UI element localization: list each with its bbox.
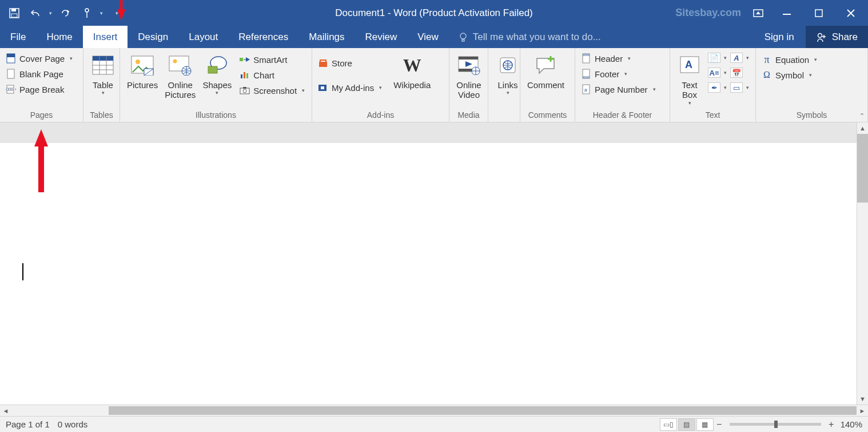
date-time-button[interactable]: 📅 [730,68,743,78]
text-box-button[interactable]: A Text Box▾ [674,50,706,107]
tab-file[interactable]: File [0,26,36,48]
close-button[interactable] [837,0,865,26]
equation-button[interactable]: π Equation▾ [759,53,819,66]
touch-mode-button[interactable] [77,3,97,23]
group-text-label: Text [670,109,755,122]
tab-review[interactable]: Review [355,26,408,48]
maximize-icon [815,9,823,17]
word-count[interactable]: 0 words [58,419,88,429]
zoom-value[interactable]: 140% [837,419,862,429]
header-button[interactable]: Header▾ [579,51,658,65]
svg-rect-14 [7,90,14,93]
svg-point-9 [818,33,822,37]
object-button[interactable]: ▭ [730,82,743,93]
vertical-scrollbar[interactable]: ▲ ▼ [857,122,868,405]
page-break-button[interactable]: Page Break [3,82,75,96]
document-page[interactable] [0,143,857,405]
tab-home[interactable]: Home [36,26,82,48]
document-scroll[interactable] [0,122,857,405]
shapes-button[interactable]: Shapes ▾ [199,50,235,97]
svg-rect-1 [11,9,16,11]
symbol-button[interactable]: Ω Symbol▾ [759,68,819,82]
tab-layout[interactable]: Layout [178,26,228,48]
group-comments: Comment Comments [520,48,575,122]
store-button[interactable]: Store [316,56,384,70]
svg-marker-26 [246,57,250,62]
zoom-out-button[interactable]: − [715,419,724,430]
svg-rect-27 [241,74,242,78]
save-icon [9,8,19,18]
close-icon [847,9,855,17]
chart-button[interactable]: Chart [237,68,307,82]
tab-design[interactable]: Design [128,26,178,48]
scroll-down-button[interactable]: ▼ [857,393,868,405]
undo-button[interactable] [26,3,46,23]
cover-page-button[interactable]: Cover Page▾ [3,51,75,65]
wikipedia-button[interactable]: W Wikipedia [390,50,434,91]
touch-dropdown[interactable]: ▾ [99,10,104,16]
tab-references[interactable]: References [228,26,298,48]
tell-me-search[interactable]: Tell me what you want to do... [449,26,753,48]
undo-dropdown[interactable]: ▾ [48,10,53,16]
share-button[interactable]: Share [806,26,868,48]
page-number-button[interactable]: # Page Number▾ [579,82,658,96]
comment-button[interactable]: Comment [524,50,568,91]
tab-mailings[interactable]: Mailings [298,26,355,48]
links-button[interactable]: Links ▾ [492,50,524,97]
blank-page-button[interactable]: Blank Page [3,67,75,81]
qat-customize[interactable]: ▾ [106,10,120,16]
page-break-label: Page Break [19,85,64,94]
screenshot-button[interactable]: Screenshot▾ [237,84,307,97]
wordart-button[interactable]: A [730,53,743,63]
scroll-left-button[interactable]: ◄ [0,405,11,416]
page-break-icon [6,84,16,94]
sign-in-link[interactable]: Sign in [753,26,806,48]
signature-line-button[interactable]: ✒ [708,82,720,93]
online-video-button[interactable]: Online Video [453,50,485,101]
group-media: Online Video Media [449,48,488,122]
pictures-label: Pictures [127,80,158,90]
online-pictures-button[interactable]: Online Pictures [161,50,199,101]
drop-cap-button[interactable]: A≡ [708,68,720,78]
footer-label: Footer [595,69,619,79]
zoom-in-button[interactable]: + [827,419,836,430]
smartart-button[interactable]: SmartArt [237,53,307,66]
quick-parts-button[interactable]: 📄 [708,53,720,63]
table-label: Table [93,80,113,90]
svg-rect-6 [783,14,791,15]
web-layout-button[interactable]: ▦ [696,418,714,431]
group-comments-label: Comments [520,109,575,122]
my-addins-button[interactable]: My Add-ins▾ [316,81,384,94]
touch-icon [82,7,92,19]
page-number-label: Page Number [595,85,648,94]
blank-page-label: Blank Page [19,69,63,79]
comment-icon [533,53,559,78]
tab-view[interactable]: View [407,26,449,48]
collapse-ribbon-button[interactable]: ⌃ [859,112,865,120]
group-links-label [488,118,520,122]
scroll-right-button[interactable]: ► [857,405,868,416]
save-button[interactable] [5,3,24,23]
minimize-button[interactable] [773,0,801,26]
undo-icon [30,9,42,18]
scroll-up-button[interactable]: ▲ [857,122,868,134]
svg-rect-28 [244,72,245,78]
table-button[interactable]: Table ▾ [87,50,119,97]
redo-button[interactable] [55,3,75,23]
read-mode-button[interactable]: ▭▯ [660,418,677,431]
svg-rect-25 [240,58,243,61]
cover-page-label: Cover Page [19,54,65,64]
scroll-thumb[interactable] [857,134,868,203]
maximize-button[interactable] [805,0,833,26]
zoom-slider[interactable] [730,423,821,426]
zoom-slider-thumb[interactable] [774,421,778,428]
document-title: Document1 - Word (Product Activation Fai… [335,7,533,19]
ribbon-display-options[interactable] [748,0,769,26]
hscroll-thumb[interactable] [109,406,857,415]
horizontal-scrollbar[interactable]: ◄ ► [0,405,868,416]
print-layout-button[interactable]: ▤ [678,418,695,431]
page-indicator[interactable]: Page 1 of 1 [6,419,50,429]
footer-button[interactable]: Footer▾ [579,67,658,81]
pictures-button[interactable]: Pictures [124,50,161,91]
tab-insert[interactable]: Insert [83,26,128,48]
